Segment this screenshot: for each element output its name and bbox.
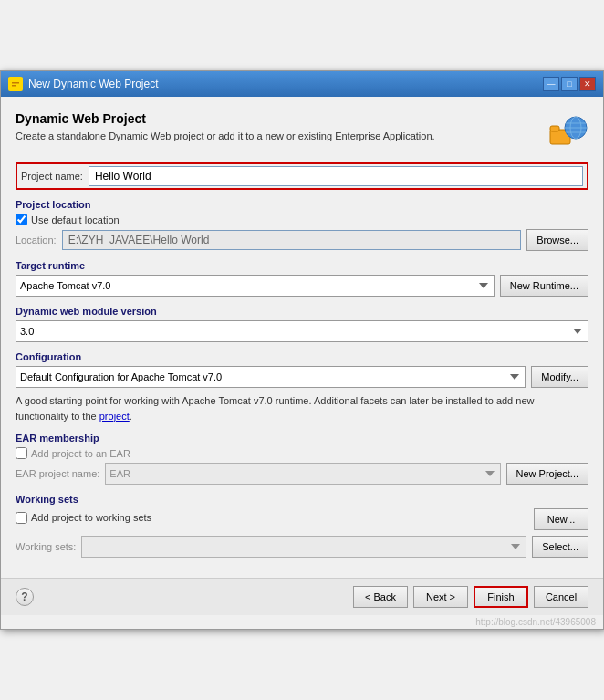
title-bar: New Dynamic Web Project — □ ✕ (1, 71, 603, 97)
target-runtime-row: Apache Tomcat v7.0 New Runtime... (16, 275, 588, 297)
window-controls: — □ ✕ (543, 77, 596, 91)
new-runtime-button[interactable]: New Runtime... (500, 275, 588, 297)
back-button[interactable]: < Back (353, 586, 408, 608)
ear-project-name-row: EAR project name: EAR New Project... (16, 463, 588, 485)
working-sets-section: Add project to working sets New... Worki… (16, 508, 588, 558)
title-bar-left: New Dynamic Web Project (8, 77, 159, 91)
modify-button[interactable]: Modify... (531, 366, 588, 388)
ear-membership-section: Add project to an EAR EAR project name: … (16, 447, 588, 485)
browse-button[interactable]: Browse... (526, 229, 588, 251)
add-to-working-sets-row: Add project to working sets New... (16, 508, 588, 530)
add-working-sets-label: Add project to working sets (31, 512, 151, 523)
header-icon (545, 111, 588, 155)
window-title: New Dynamic Web Project (28, 78, 159, 90)
ear-membership-label: EAR membership (16, 433, 588, 444)
location-input (62, 230, 521, 250)
select-working-set-button[interactable]: Select... (532, 536, 588, 558)
help-button[interactable]: ? (16, 588, 34, 606)
configuration-label: Configuration (16, 351, 588, 362)
maximize-button[interactable]: □ (561, 77, 578, 91)
ear-project-name-label: EAR project name: (16, 468, 99, 479)
configuration-info: A good starting point for working with A… (16, 393, 588, 423)
svg-rect-4 (550, 126, 559, 131)
use-default-checkbox[interactable] (16, 214, 27, 225)
use-default-location-row: Use default location (16, 214, 588, 225)
configuration-select[interactable]: Default Configuration for Apache Tomcat … (16, 366, 526, 388)
svg-rect-2 (12, 85, 16, 87)
target-runtime-label: Target runtime (16, 260, 588, 271)
project-name-input[interactable] (89, 166, 583, 186)
add-to-ear-label: Add project to an EAR (31, 448, 130, 459)
dialog-window: New Dynamic Web Project — □ ✕ Dynamic We… (0, 70, 604, 630)
close-button[interactable]: ✕ (579, 77, 596, 91)
new-working-set-button[interactable]: New... (534, 508, 588, 530)
page-header: Dynamic Web Project Create a standalone … (16, 111, 588, 155)
project-link[interactable]: project (99, 411, 130, 422)
configuration-row: Default Configuration for Apache Tomcat … (16, 366, 588, 388)
dynamic-web-module-label: Dynamic web module version (16, 306, 588, 317)
working-sets-label: Working sets (16, 494, 588, 505)
project-location-section: Use default location Location: Browse... (16, 214, 588, 251)
next-button[interactable]: Next > (413, 586, 468, 608)
page-title: Dynamic Web Project (16, 111, 545, 126)
dynamic-web-module-row: 3.0 2.5 2.4 2.3 (16, 320, 588, 342)
finish-button[interactable]: Finish (474, 586, 528, 608)
bottom-bar: ? < Back Next > Finish Cancel (1, 578, 603, 615)
location-label: Location: (16, 235, 57, 246)
bottom-buttons: < Back Next > Finish Cancel (353, 586, 588, 608)
page-subtitle: Create a standalone Dynamic Web project … (16, 130, 545, 143)
location-row: Location: Browse... (16, 229, 588, 251)
working-sets-row: Working sets: Select... (16, 536, 588, 558)
svg-rect-1 (12, 82, 19, 84)
window-icon (8, 77, 23, 91)
dynamic-web-module-select[interactable]: 3.0 2.5 2.4 2.3 (16, 320, 588, 342)
ear-project-name-select: EAR (105, 463, 500, 485)
project-location-label: Project location (16, 199, 588, 210)
project-name-box: Project name: (16, 162, 588, 190)
add-to-ear-row: Add project to an EAR (16, 447, 588, 459)
dialog-content: Dynamic Web Project Create a standalone … (1, 97, 603, 578)
cancel-button[interactable]: Cancel (534, 586, 588, 608)
new-project-button[interactable]: New Project... (506, 463, 588, 485)
watermark: http://blog.csdn.net/43965008 (1, 615, 603, 629)
working-sets-label-inline: Working sets: (16, 541, 76, 552)
add-working-sets-checkbox-row: Add project to working sets (16, 512, 528, 524)
svg-rect-0 (10, 78, 21, 89)
add-working-sets-checkbox[interactable] (16, 512, 27, 524)
working-sets-select (81, 536, 526, 558)
project-name-label: Project name: (21, 171, 83, 182)
minimize-button[interactable]: — (543, 77, 559, 91)
header-text: Dynamic Web Project Create a standalone … (16, 111, 545, 154)
use-default-label: Use default location (31, 214, 120, 225)
target-runtime-select[interactable]: Apache Tomcat v7.0 (16, 275, 495, 297)
add-to-ear-checkbox[interactable] (16, 447, 27, 459)
